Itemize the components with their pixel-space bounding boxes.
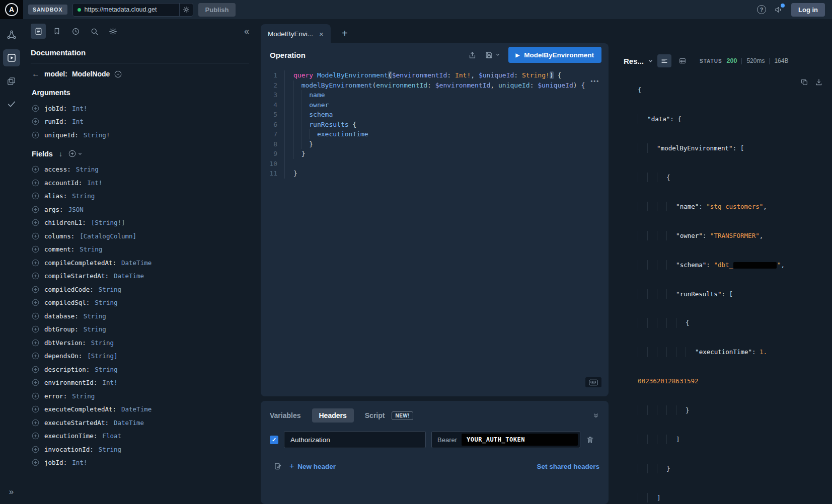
help-icon[interactable]: ? [757, 5, 766, 14]
code-text[interactable]: executionTime [285, 129, 368, 139]
add-to-query-icon[interactable] [32, 419, 39, 427]
header-enabled-checkbox[interactable]: ✓ [270, 436, 278, 444]
field-name[interactable]: comment: [44, 245, 74, 253]
code-text[interactable]: name [285, 90, 325, 100]
add-to-query-icon[interactable] [32, 312, 39, 320]
field-name[interactable]: environmentId: [44, 379, 97, 386]
field-type[interactable]: [String] [87, 352, 117, 360]
add-to-query-icon[interactable] [32, 352, 39, 360]
field-type[interactable]: String [72, 192, 95, 200]
field-type[interactable]: Int! [72, 105, 87, 112]
add-to-query-icon[interactable] [32, 245, 39, 253]
field-name[interactable]: accountId: [44, 179, 82, 187]
doc-field-row[interactable]: compiledSql: String [31, 296, 249, 310]
search-tab-icon[interactable] [87, 24, 102, 39]
code-text[interactable]: } [285, 149, 305, 159]
field-type[interactable]: DateTime [114, 419, 144, 427]
add-to-query-icon[interactable] [32, 392, 39, 400]
add-to-query-icon[interactable] [32, 325, 39, 333]
tab-variables[interactable]: Variables [270, 411, 301, 419]
save-operation-icon[interactable] [485, 51, 500, 59]
add-to-query-icon[interactable] [32, 339, 39, 347]
field-type[interactable]: String [76, 165, 99, 173]
add-to-query-icon[interactable] [32, 299, 39, 306]
endpoint-url-box[interactable]: https://metadata.cloud.get [72, 3, 193, 17]
field-name[interactable]: dependsOn: [44, 352, 82, 360]
field-name[interactable]: childrenL1: [44, 219, 86, 226]
field-name[interactable]: dbtVersion: [44, 339, 86, 347]
new-header-button[interactable]: + New header [289, 462, 336, 471]
publish-button[interactable]: Publish [198, 3, 236, 17]
field-type[interactable]: String [84, 325, 106, 333]
doc-field-row[interactable]: compileStartedAt: DateTime [31, 270, 249, 283]
add-to-query-icon[interactable] [32, 219, 39, 226]
doc-field-row[interactable]: invocationId: String [31, 443, 249, 456]
field-type[interactable]: String [84, 312, 106, 320]
field-type[interactable]: String [99, 446, 121, 453]
collapse-bottom-panel-icon[interactable] [592, 412, 599, 419]
field-name[interactable]: args: [44, 206, 63, 213]
bookmarks-tab-icon[interactable] [49, 24, 64, 39]
code-text[interactable] [285, 159, 293, 169]
tab-script[interactable]: Script [365, 411, 385, 419]
field-type[interactable]: String [91, 339, 114, 347]
field-name[interactable]: uniqueId: [44, 131, 79, 139]
add-to-query-icon[interactable] [32, 459, 39, 466]
response-json[interactable]: { "data": { "modelByEnvironment": [ { "n… [617, 75, 832, 504]
add-to-query-icon[interactable] [32, 192, 39, 200]
add-to-query-icon[interactable] [32, 286, 39, 293]
doc-field-row[interactable]: columns: [CatalogColumn] [31, 229, 249, 243]
new-tab-button[interactable]: + [337, 26, 352, 41]
field-type[interactable]: JSON [68, 206, 84, 213]
edit-document-icon[interactable] [274, 462, 282, 470]
close-tab-icon[interactable]: × [319, 30, 324, 38]
doc-field-row[interactable]: args: JSON [31, 203, 249, 216]
add-to-query-icon[interactable] [32, 105, 39, 112]
add-to-query-icon[interactable] [32, 432, 39, 440]
field-type[interactable]: DateTime [121, 259, 152, 267]
add-to-query-icon[interactable] [32, 405, 39, 413]
add-type-icon[interactable] [114, 70, 122, 78]
add-to-query-icon[interactable] [32, 232, 39, 240]
doc-field-row[interactable]: environmentId: Int! [31, 376, 249, 390]
field-type[interactable]: String [80, 245, 102, 253]
field-type[interactable]: [String!] [91, 219, 125, 226]
doc-field-row[interactable]: comment: String [31, 243, 249, 257]
add-to-query-icon[interactable] [32, 272, 39, 280]
auth-token-value[interactable]: YOUR_AUTH_TOKEN [462, 434, 578, 446]
doc-field-row[interactable]: alias: String [31, 190, 249, 203]
field-name[interactable]: compileStartedAt: [44, 272, 109, 280]
doc-field-row[interactable]: childrenL1: [String!] [31, 216, 249, 230]
field-name[interactable]: compiledCode: [44, 286, 94, 293]
doc-field-row[interactable]: compileCompletedAt: DateTime [31, 256, 249, 270]
sidebar-item-checks[interactable] [3, 96, 20, 113]
breadcrumb-type[interactable]: ModelNode [72, 70, 110, 78]
back-arrow-icon[interactable]: ← [32, 69, 40, 78]
sidebar-item-schema[interactable] [3, 26, 20, 43]
code-text[interactable]: } [285, 139, 313, 149]
field-type[interactable]: String [95, 366, 117, 373]
field-type[interactable]: Int! [72, 459, 87, 466]
field-name[interactable]: compiledSql: [44, 299, 90, 306]
add-to-query-icon[interactable] [32, 206, 39, 213]
field-type[interactable]: Int! [87, 179, 102, 187]
field-name[interactable]: executeCompletedAt: [44, 405, 116, 413]
field-name[interactable]: alias: [44, 192, 67, 200]
field-name[interactable]: columns: [44, 232, 74, 240]
code-text[interactable]: runResults { [285, 120, 356, 130]
doc-field-row[interactable]: jobId: Int! [31, 456, 249, 470]
doc-field-row[interactable]: dependsOn: [String] [31, 350, 249, 363]
field-name[interactable]: invocationId: [44, 446, 94, 453]
doc-field-row[interactable]: executeStartedAt: DateTime [31, 416, 249, 430]
apollo-logo[interactable]: A [0, 0, 23, 19]
field-name[interactable]: compileCompletedAt: [44, 259, 116, 267]
tab-headers[interactable]: Headers [312, 408, 354, 423]
field-name[interactable]: database: [44, 312, 79, 320]
doc-field-row[interactable]: jobId: Int! [31, 102, 249, 115]
field-type[interactable]: [CatalogColumn] [80, 232, 136, 240]
doc-field-row[interactable]: uniqueId: String! [31, 128, 249, 142]
sidebar-item-explorer[interactable] [3, 49, 20, 66]
documentation-tab-icon[interactable] [31, 24, 46, 39]
code-text[interactable]: } [285, 169, 297, 179]
set-shared-headers-link[interactable]: Set shared headers [537, 463, 599, 470]
